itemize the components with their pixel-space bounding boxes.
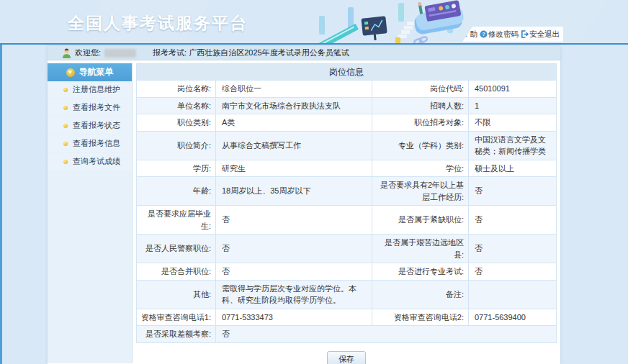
field-value: 45010091 [469, 81, 557, 98]
field-value: 南宁市文化市场综合行政执法支队 [216, 97, 372, 114]
table-row: 是否合并职位:否是否进行专业考试:否 [137, 263, 557, 281]
sidebar-header[interactable]: ▼ 导航菜单 [48, 63, 132, 81]
field-label: 岗位名称: [137, 81, 216, 98]
field-value: A类 [216, 114, 372, 132]
exam-name: 广西壮族自治区2025年度考试录用公务员笔试 [189, 48, 349, 57]
table-row: 其他:需取得与学历层次专业对应的学位。本科、研究生阶段均取得学历学位。备注: [137, 280, 557, 309]
bullet-icon [63, 88, 68, 92]
field-label: 是否人民警察职位: [137, 235, 216, 263]
sidebar-item[interactable]: 注册信息维护 [48, 81, 132, 98]
field-value: 否 [216, 263, 372, 281]
sidebar-item-label: 查看报考文件 [73, 102, 120, 113]
sidebar-item[interactable]: 查询考试成绩 [48, 153, 132, 170]
position-info-table: 岗位信息 岗位名称:综合职位一岗位代码:45010091单位名称:南宁市文化市场… [136, 63, 557, 343]
welcome-greeting: 欢迎您: [75, 47, 101, 58]
field-label: 是否采取差额考察: [137, 326, 216, 343]
table-row: 年龄:18周岁以上、35周岁以下是否要求具有2年以上基层工作经历:否 [137, 177, 557, 206]
field-label: 是否进行专业考试: [372, 263, 469, 281]
field-value: 研究生 [216, 160, 372, 177]
exam-label: 报考考试: [153, 48, 187, 57]
field-label: 资格审查咨询电话2: [372, 309, 469, 326]
table-row: 职位简介:从事综合文稿撰写工作专业（学科）类别:中国汉语言文学及文秘类；新闻传播… [137, 131, 557, 160]
content-container: 欢迎您: 报考考试: 广西壮族自治区2025年度考试录用公务员笔试 ▼ 导航菜单… [48, 46, 560, 364]
sidebar-item-label: 查看报考状态 [73, 120, 120, 131]
field-label: 招聘人数: [372, 97, 469, 114]
sidebar-title: 导航菜单 [79, 66, 114, 78]
sidebar-menu: 注册信息维护查看报考文件查看报考状态查看报考信息查询考试成绩 [48, 81, 132, 171]
field-label: 年龄: [137, 177, 216, 206]
field-label: 学位: [372, 160, 469, 177]
field-value: 18周岁以上、35周岁以下 [216, 177, 372, 206]
field-value: 综合职位一 [216, 81, 372, 98]
app-title: 全国人事考试服务平台 [68, 12, 248, 35]
field-value: 否 [216, 326, 557, 343]
app-header: 全国人事考试服务平台 帮 助 ? 修改密码 安全退出 [0, 0, 628, 45]
field-label: 学历: [137, 160, 216, 177]
question-icon: ? [480, 30, 488, 38]
change-password-label: 修改密码 [488, 29, 519, 40]
field-value: 否 [469, 263, 557, 281]
logout-label: 安全退出 [529, 29, 560, 40]
sidebar-item-label: 注册信息维护 [73, 84, 120, 95]
save-row: 保存 [136, 351, 557, 364]
table-row: 是否采取差额考察:否 [137, 326, 557, 343]
logout-icon [521, 30, 529, 38]
bullet-icon [63, 160, 68, 164]
table-title: 岗位信息 [137, 64, 557, 81]
field-value: 0771-5333473 [216, 309, 372, 326]
table-row: 资格审查咨询电话1:0771-5333473资格审查咨询电话2:0771-563… [137, 309, 557, 326]
table-row: 单位名称:南宁市文化市场综合行政执法支队招聘人数:1 [137, 97, 557, 114]
logout-link[interactable]: 安全退出 [521, 29, 560, 40]
field-label: 备注: [372, 280, 469, 309]
sidebar-item-label: 查询考试成绩 [73, 156, 120, 167]
main-panel: 岗位信息 岗位名称:综合职位一岗位代码:45010091单位名称:南宁市文化市场… [133, 60, 560, 363]
field-value: 1 [469, 97, 557, 114]
field-label: 其他: [137, 280, 216, 309]
table-row: 岗位名称:综合职位一岗位代码:45010091 [137, 81, 557, 98]
exam-info: 报考考试: 广西壮族自治区2025年度考试录用公务员笔试 [153, 47, 349, 58]
bullet-icon [63, 124, 68, 128]
sidebar: ▼ 导航菜单 注册信息维护查看报考文件查看报考状态查看报考信息查询考试成绩 [48, 63, 133, 363]
field-value: 需取得与学历层次专业对应的学位。本科、研究生阶段均取得学历学位。 [216, 280, 372, 309]
field-label: 资格审查咨询电话1: [137, 309, 216, 326]
field-value: 从事综合文稿撰写工作 [216, 131, 372, 160]
sidebar-item-label: 查看报考信息 [73, 138, 120, 149]
table-row: 是否要求应届毕业生:否是否属于紧缺职位:否 [137, 206, 557, 235]
field-label: 单位名称: [137, 97, 216, 114]
welcome-bar: 欢迎您: 报考考试: 广西壮族自治区2025年度考试录用公务员笔试 [48, 46, 560, 60]
field-value: 否 [469, 177, 557, 206]
table-row: 是否人民警察职位:否是否属于艰苦边远地区县:否 [137, 235, 557, 263]
field-value: 0771-5639400 [469, 309, 557, 326]
chevron-down-icon: ▼ [66, 68, 75, 77]
field-value: 否 [469, 206, 557, 235]
sidebar-item[interactable]: 查看报考状态 [48, 117, 132, 134]
field-label: 职位招考对象: [372, 114, 469, 132]
field-label: 是否属于艰苦边远地区县: [372, 235, 469, 263]
field-label: 是否要求应届毕业生: [137, 206, 216, 235]
field-label: 是否要求具有2年以上基层工作经历: [372, 177, 469, 206]
header-illustration [306, 0, 472, 45]
field-label: 是否合并职位: [137, 263, 216, 281]
bullet-icon [63, 142, 68, 146]
field-value: 否 [216, 206, 372, 235]
field-label: 是否属于紧缺职位: [372, 206, 469, 235]
save-button[interactable]: 保存 [327, 351, 366, 364]
field-value [469, 280, 557, 309]
field-label: 专业（学科）类别: [372, 131, 469, 160]
change-password-link[interactable]: ? 修改密码 [480, 29, 519, 40]
field-label: 岗位代码: [372, 81, 469, 98]
field-value: 硕士及以上 [469, 160, 557, 177]
bullet-icon [63, 106, 68, 110]
field-label: 职位类别: [137, 114, 216, 132]
svg-text:?: ? [482, 31, 485, 37]
masked-username [104, 49, 136, 58]
field-value: 不限 [469, 114, 557, 132]
sidebar-item[interactable]: 查看报考文件 [48, 99, 132, 116]
user-avatar-icon [62, 48, 71, 58]
top-nav: 帮 助 ? 修改密码 安全退出 [462, 27, 563, 42]
field-value: 否 [469, 235, 557, 263]
sidebar-item[interactable]: 查看报考信息 [48, 135, 132, 152]
field-value: 中国汉语言文学及文秘类；新闻传播学类 [469, 131, 557, 160]
table-row: 职位类别:A类职位招考对象:不限 [137, 114, 557, 132]
page-left-edge [0, 45, 2, 364]
